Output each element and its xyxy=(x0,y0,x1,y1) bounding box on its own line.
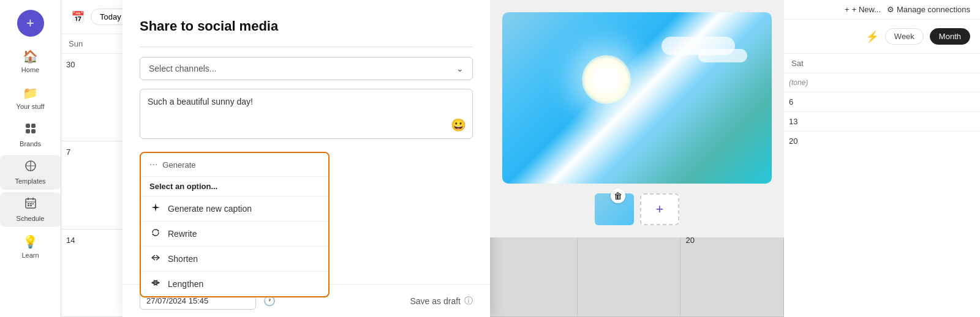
generate-caption-label: Generate new caption xyxy=(168,204,252,214)
emoji-button[interactable]: 😀 xyxy=(451,117,466,132)
caption-text: Such a beautiful sunny day! xyxy=(148,97,465,106)
sat6-date: 6 xyxy=(789,97,793,106)
right-day-sat: Sat xyxy=(784,54,812,73)
templates-icon xyxy=(24,160,37,175)
new-button[interactable]: + + New... xyxy=(845,5,881,14)
lengthen-label: Lengthen xyxy=(168,279,203,289)
sidebar-label-home: Home xyxy=(21,66,39,73)
chevron-down-icon: ⌄ xyxy=(456,64,464,73)
add-image-button[interactable]: + xyxy=(640,193,679,225)
svg-rect-0 xyxy=(26,124,30,128)
folder-icon: 📁 xyxy=(23,86,38,100)
delete-thumbnail-button[interactable]: 🗑 xyxy=(611,188,625,203)
sparkle-icon xyxy=(149,203,162,215)
lengthen-icon xyxy=(149,278,162,290)
manage-connections-button[interactable]: ⚙ Manage connections xyxy=(887,5,970,14)
right-calendar-panel: + + New... ⚙ Manage connections ⚡ Week M… xyxy=(784,0,980,317)
save-draft-button[interactable]: Save as draft ⓘ xyxy=(410,296,473,307)
sidebar: + 🏠 Home 📁 Your stuff Brands Templates xyxy=(0,0,61,317)
brands-icon xyxy=(24,122,37,138)
sidebar-label-brands: Brands xyxy=(20,140,41,147)
shorten-label: Shorten xyxy=(168,254,198,264)
dropdown-item-generate-caption[interactable]: Generate new caption xyxy=(141,196,328,222)
add-button[interactable]: + xyxy=(17,10,44,37)
month-button[interactable]: Month xyxy=(930,28,970,45)
svg-rect-1 xyxy=(31,124,36,128)
thumbnail-row: 🗑 + xyxy=(595,193,679,225)
dropdown-item-rewrite[interactable]: Rewrite xyxy=(141,222,328,247)
shorten-icon xyxy=(149,253,162,265)
right-calendar-body: (tone) 6 13 20 xyxy=(784,73,980,317)
dots-icon: ··· xyxy=(149,159,157,170)
cloud-2 xyxy=(698,49,747,62)
sidebar-label-templates: Templates xyxy=(15,177,45,185)
sidebar-label-yourstuff: Your stuff xyxy=(17,103,45,110)
info-icon: ⓘ xyxy=(464,296,473,307)
plus-icon: + xyxy=(26,15,34,31)
dropdown-item-shorten[interactable]: Shorten xyxy=(141,247,328,272)
ai-generate-dropdown: ··· Generate Select an option... Generat… xyxy=(140,152,330,297)
plus-icon-new: + xyxy=(845,5,850,14)
sidebar-item-templates[interactable]: Templates xyxy=(0,155,61,190)
sidebar-item-brands[interactable]: Brands xyxy=(0,117,61,152)
svg-rect-7 xyxy=(30,203,32,204)
sat20-date: 20 xyxy=(789,136,797,146)
sidebar-item-learn[interactable]: 💡 Learn xyxy=(0,229,61,264)
tone-text: (tone) xyxy=(789,78,975,87)
svg-rect-2 xyxy=(26,129,30,133)
schedule-icon xyxy=(24,197,37,212)
sat13-date: 13 xyxy=(789,117,797,126)
home-icon: 🏠 xyxy=(23,49,38,64)
manage-label: Manage connections xyxy=(897,5,970,14)
sidebar-label-schedule: Schedule xyxy=(17,215,45,222)
save-draft-label: Save as draft xyxy=(410,296,461,306)
sidebar-label-learn: Learn xyxy=(21,252,39,259)
svg-rect-9 xyxy=(28,205,29,206)
main-content: 📅 Today ‹ › July Sun Mon Tue Wed Thu Fri… xyxy=(61,0,784,317)
generate-btn-label: Generate xyxy=(162,160,195,170)
preview-area: 🗑 + xyxy=(490,0,784,237)
right-top-bar: + + New... ⚙ Manage connections xyxy=(784,0,980,20)
divider xyxy=(140,47,473,47)
modal-overlay: Share to social media Select channels...… xyxy=(123,0,784,317)
caption-area: Such a beautiful sunny day! 😀 xyxy=(140,89,473,139)
rewrite-label: Rewrite xyxy=(168,229,197,239)
sun-graphic xyxy=(582,55,631,104)
right-day-headers: Sat xyxy=(784,54,980,73)
sidebar-item-yourstuff[interactable]: 📁 Your stuff xyxy=(0,81,61,115)
sidebar-item-schedule[interactable]: Schedule xyxy=(0,192,61,227)
right-cal-header: ⚡ Week Month xyxy=(784,20,980,54)
sidebar-item-home[interactable]: 🏠 Home xyxy=(0,44,61,78)
modal-title: Share to social media xyxy=(140,18,473,34)
svg-rect-8 xyxy=(32,203,34,204)
rewrite-icon xyxy=(149,228,162,240)
connection-icon: ⚙ xyxy=(887,5,894,14)
svg-rect-10 xyxy=(30,205,32,206)
svg-rect-3 xyxy=(31,129,36,133)
generate-button[interactable]: ··· Generate xyxy=(141,153,328,177)
svg-rect-6 xyxy=(28,203,29,204)
select-channels-label: Select channels... xyxy=(149,64,217,73)
share-modal: Share to social media Select channels...… xyxy=(123,0,490,317)
thumbnail-wrapper: 🗑 xyxy=(595,193,634,225)
calendar-icon: 📅 xyxy=(71,10,85,24)
week-button[interactable]: Week xyxy=(885,28,924,45)
learn-icon: 💡 xyxy=(23,234,38,249)
dropdown-header: Select an option... xyxy=(141,177,328,196)
dropdown-item-lengthen[interactable]: Lengthen xyxy=(141,272,328,296)
select-channels-dropdown[interactable]: Select channels... ⌄ xyxy=(140,57,473,80)
main-preview-image xyxy=(502,12,772,184)
new-label: + New... xyxy=(852,5,881,14)
filter-button[interactable]: ⚡ xyxy=(865,30,879,43)
